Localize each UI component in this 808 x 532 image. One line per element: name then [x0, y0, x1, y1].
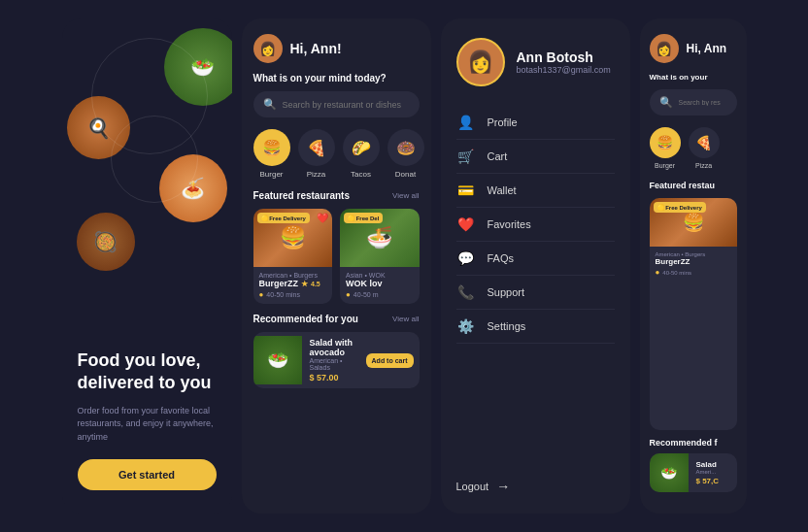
category-row: 🍔 Burger 🍕 Pizza 🌮 Tacos 🍩 Donat [253, 129, 420, 179]
partial-category-pizza[interactable]: 🍕 Pizza [689, 127, 720, 169]
partial-avatar: 👩 [650, 34, 679, 63]
pizza-label: Pizza [307, 170, 326, 179]
partial-pizza-label: Pizza [695, 162, 712, 169]
partial-time: 40-50 mins [662, 270, 691, 276]
tacos-icon-wrap: 🌮 [343, 129, 380, 166]
partial-restaurant-card[interactable]: 🍔 🟡 Free Delivery American • Burgers Bur… [650, 198, 737, 430]
search-input[interactable] [283, 100, 410, 110]
menu-item-wallet[interactable]: 💳 Wallet [456, 174, 615, 208]
profile-avatar: 👩 [456, 38, 505, 86]
support-icon: 📞 [456, 284, 476, 300]
screen-partial: 👩 Hi, Ann What is on your 🔍 🍔 Burger 🍕 P… [640, 18, 747, 514]
partial-burger-label: Burger [655, 162, 675, 169]
partial-featured-header: Featured restau [650, 181, 737, 190]
menu-item-settings[interactable]: ⚙️ Settings [456, 310, 615, 344]
recommended-card-1[interactable]: 🥗 Salad with avocado American • Salads $… [253, 332, 420, 388]
dot-1: ● [259, 290, 264, 299]
logout-arrow-icon: → [496, 479, 510, 494]
partial-delivery-time: ● 40-50 mins [656, 268, 731, 277]
recommended-img-1: 🥗 [253, 336, 302, 384]
screen-profile: 👩 Ann Botosh botash1337@gmail.com 👤 Prof… [441, 18, 630, 514]
menu-item-faqs[interactable]: 💬 FAQs [456, 242, 615, 276]
wallet-menu-label: Wallet [488, 184, 517, 196]
recommended-view-all[interactable]: View all [392, 315, 419, 323]
logout-row[interactable]: Logout → [456, 479, 615, 494]
pizza-icon-wrap: 🍕 [298, 129, 335, 166]
free-delivery-badge-1: 🟡 Free Delivery [257, 213, 310, 223]
rating-1: 4.5 [311, 281, 320, 287]
category-tacos[interactable]: 🌮 Tacos [343, 129, 380, 179]
partial-rec-name: Salad [696, 460, 737, 469]
settings-icon: ⚙️ [456, 318, 476, 334]
partial-recommended-title: Recommended f [650, 438, 737, 448]
food-images-area: 🥗 🍳 🍝 🥘 [62, 18, 232, 310]
burger-label: Burger [259, 170, 283, 179]
restaurant-card-img-2: 🍜 🟡 Free Del [340, 209, 420, 267]
recommended-title: Recommended for you [253, 314, 358, 324]
restaurant-type-1: American • Burgers [259, 272, 327, 279]
home-question: What is on your mind today? [253, 73, 420, 83]
landing-subtext: Order food from your favorite local rest… [78, 405, 217, 445]
greeting-row: 👩 Hi, Ann! [253, 34, 420, 63]
add-to-cart-button-1[interactable]: Add to cart [366, 353, 414, 368]
partial-pizza-icon: 🍕 [689, 127, 720, 158]
category-donat[interactable]: 🍩 Donat [387, 129, 424, 179]
profile-menu-label: Profile [488, 116, 518, 128]
partial-restaurant-img: 🍔 🟡 Free Delivery [650, 198, 737, 247]
restaurant-name-1: BurgerZZ ★4.5 [259, 279, 327, 288]
deco-line-2 [111, 116, 198, 203]
category-pizza[interactable]: 🍕 Pizza [298, 129, 335, 179]
featured-row: 🍔 🟡 Free Delivery ❤️ American • Burgers … [253, 209, 420, 304]
landing-headline: Food you love, delivered to you [78, 349, 217, 395]
partial-free-delivery-badge: 🟡 Free Delivery [654, 202, 706, 213]
featured-view-all[interactable]: View all [392, 191, 419, 200]
partial-category-burger[interactable]: 🍔 Burger [650, 127, 681, 169]
support-menu-label: Support [488, 286, 525, 298]
category-burger[interactable]: 🍔 Burger [253, 129, 290, 179]
profile-email: botash1337@gmail.com [517, 65, 611, 75]
heart-icon-1[interactable]: ❤️ [317, 213, 328, 223]
partial-featured-title: Featured restau [650, 181, 716, 190]
featured-title: Featured restaurants [253, 190, 350, 201]
menu-item-cart[interactable]: 🛒 Cart [456, 140, 615, 174]
partial-greeting: Hi, Ann [687, 42, 727, 55]
greeting-text: Hi, Ann! [290, 41, 342, 56]
profile-icon: 👤 [456, 115, 476, 130]
donat-icon-wrap: 🍩 [387, 129, 424, 166]
burger-icon-wrap: 🍔 [253, 129, 290, 166]
favorites-menu-label: Favorites [488, 218, 531, 230]
partial-search-icon: 🔍 [659, 96, 673, 109]
delivery-time-2: ● 40-50 m [346, 290, 414, 299]
faqs-menu-label: FAQs [488, 252, 515, 264]
recommended-type-1: American • Salads [310, 357, 358, 371]
partial-search-bar[interactable]: 🔍 [650, 89, 737, 116]
profile-header: 👩 Ann Botosh botash1337@gmail.com [456, 38, 615, 86]
free-delivery-badge-2: 🟡 Free Del [344, 213, 383, 223]
partial-recommended-card[interactable]: 🥗 Salad Ameri... $ 57,C [650, 453, 737, 492]
recommended-header: Recommended for you View all [253, 314, 420, 324]
delivery-time-1: ● 40-50 mins [259, 290, 327, 299]
partial-question: What is on your [650, 73, 737, 82]
restaurant-card-1[interactable]: 🍔 🟡 Free Delivery ❤️ American • Burgers … [253, 209, 333, 304]
partial-restaurant-info: American • Burgers BurgerZZ ● 40-50 mins [650, 247, 737, 282]
menu-item-profile[interactable]: 👤 Profile [456, 106, 615, 140]
menu-item-support[interactable]: 📞 Support [456, 276, 615, 310]
donat-label: Donat [395, 170, 416, 179]
recommended-price-1: $ 57.00 [310, 373, 358, 382]
partial-category-row: 🍔 Burger 🍕 Pizza [650, 127, 737, 169]
menu-item-favorites[interactable]: ❤️ Favorites [456, 208, 615, 242]
search-bar[interactable]: 🔍 [253, 91, 420, 117]
logout-label: Logout [456, 481, 489, 492]
partial-burger-icon: 🍔 [650, 127, 681, 158]
restaurant-info-2: Asian • WOK WOK lov ● 40-50 m [340, 267, 420, 304]
restaurant-card-2[interactable]: 🍜 🟡 Free Del Asian • WOK WOK lov ● 40-50… [340, 209, 420, 304]
screen-home: 👩 Hi, Ann! What is on your mind today? 🔍… [242, 18, 431, 514]
settings-menu-label: Settings [488, 320, 526, 332]
cart-menu-label: Cart [488, 150, 508, 162]
featured-header: Featured restaurants View all [253, 190, 420, 201]
landing-bottom-content: Food you love, delivered to you Order fo… [62, 330, 232, 514]
partial-rec-info: Salad Ameri... $ 57,C [696, 454, 737, 491]
restaurant-info-1: American • Burgers BurgerZZ ★4.5 ● 40-50… [253, 267, 333, 304]
partial-search-input[interactable] [679, 99, 727, 106]
get-started-button[interactable]: Get started [78, 459, 217, 490]
